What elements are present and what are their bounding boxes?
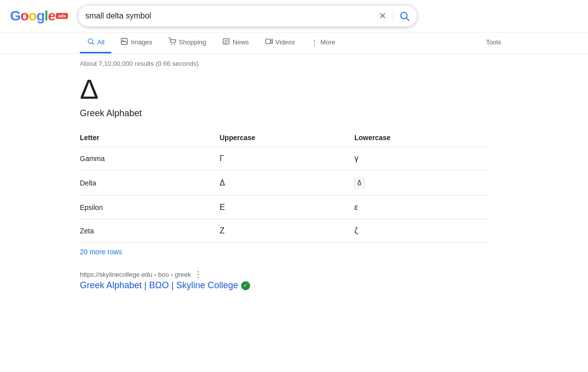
cell-uppercase: Δ: [220, 171, 354, 196]
table-row: EpsilonΕε: [80, 196, 489, 219]
result-section: https://skylinecollege.edu › boo › greek…: [80, 270, 508, 291]
logo-letter-o1: o: [20, 8, 28, 23]
cell-lowercase: ε: [354, 196, 489, 219]
cell-lowercase: δ: [354, 171, 489, 196]
col-header-lowercase: Lowercase: [354, 129, 489, 147]
cell-letter: Delta: [80, 171, 220, 196]
tab-more[interactable]: ⋮ More: [304, 33, 342, 53]
tab-shopping-label: Shopping: [179, 38, 206, 46]
nav-tabs: All Images Shopping: [0, 32, 588, 54]
table-row: GammaΓγ: [80, 147, 489, 171]
logo-letter-o2: o: [28, 8, 36, 23]
col-header-uppercase: Uppercase: [220, 129, 354, 147]
result-url-text: https://skylinecollege.edu › boo › greek: [80, 271, 191, 278]
table-row: ZetaΖζ: [80, 219, 489, 243]
cell-letter: Zeta: [80, 219, 220, 243]
search-submit-button[interactable]: [399, 10, 410, 21]
svg-line-3: [92, 43, 94, 44]
images-icon: [120, 37, 128, 47]
more-rows-link[interactable]: 20 more rows: [80, 248, 122, 256]
results-area: About 7,10,00,000 results (0.66 seconds)…: [0, 54, 588, 291]
tab-news[interactable]: News: [215, 32, 256, 53]
svg-point-7: [174, 44, 175, 45]
tab-images[interactable]: Images: [113, 32, 159, 53]
greek-alphabet-table: Letter Uppercase Lowercase GammaΓγDeltaΔ…: [80, 129, 489, 243]
svg-rect-12: [266, 39, 270, 43]
alphabet-title: Greek Alphabet: [80, 108, 508, 119]
logo-letter-g: G: [10, 8, 20, 23]
results-count: About 7,10,00,000 results (0.66 seconds): [80, 60, 508, 67]
svg-point-6: [171, 44, 172, 45]
videos-icon: [265, 37, 273, 47]
cell-uppercase: Γ: [220, 147, 354, 171]
result-title-link[interactable]: Greek Alphabet | BΩO | Skyline College ✓: [80, 280, 508, 291]
cell-letter: Epsilon: [80, 196, 220, 219]
logo-ads-badge: ads: [56, 13, 68, 19]
search-input[interactable]: [85, 11, 377, 20]
search-icon: [399, 10, 410, 21]
cell-letter: Gamma: [80, 147, 220, 171]
clear-search-button[interactable]: ✕: [377, 10, 388, 21]
cell-lowercase: ζ: [354, 219, 489, 243]
tab-news-label: News: [233, 38, 249, 46]
logo-letter-l: l: [44, 8, 48, 23]
logo-letter-e: e: [48, 8, 55, 23]
table-row: DeltaΔδ: [80, 171, 489, 196]
shopping-icon: [168, 37, 176, 47]
verified-badge: ✓: [241, 281, 250, 290]
logo-letter-g2: g: [36, 8, 44, 23]
search-bar: ✕: [78, 5, 417, 27]
tools-button[interactable]: Tools: [479, 33, 508, 52]
search-divider: [393, 10, 394, 22]
google-logo[interactable]: Google ads: [10, 9, 68, 23]
tab-videos-label: Videos: [276, 38, 295, 46]
tab-all-label: All: [97, 38, 104, 46]
result-title-text: Greek Alphabet | BΩO | Skyline College: [80, 280, 238, 291]
result-url-row: https://skylinecollege.edu › boo › greek…: [80, 270, 508, 279]
svg-line-1: [406, 18, 409, 20]
search-bar-container: ✕: [78, 5, 417, 27]
all-icon: [87, 37, 95, 47]
news-icon: [222, 37, 230, 47]
tab-videos[interactable]: Videos: [258, 32, 302, 53]
tab-all[interactable]: All: [80, 32, 111, 53]
cell-uppercase: Ε: [220, 196, 354, 219]
col-header-letter: Letter: [80, 129, 220, 147]
result-options-button[interactable]: ⋮: [194, 270, 202, 279]
tab-images-label: Images: [131, 38, 152, 46]
header: Google ads ✕: [0, 0, 588, 32]
cell-uppercase: Ζ: [220, 219, 354, 243]
cell-lowercase: γ: [354, 147, 489, 171]
tab-shopping[interactable]: Shopping: [161, 32, 213, 53]
more-icon: ⋮: [311, 38, 318, 46]
delta-lowercase-box: δ: [354, 178, 364, 188]
delta-symbol-display: Δ: [80, 75, 508, 103]
tab-more-label: More: [320, 38, 335, 46]
